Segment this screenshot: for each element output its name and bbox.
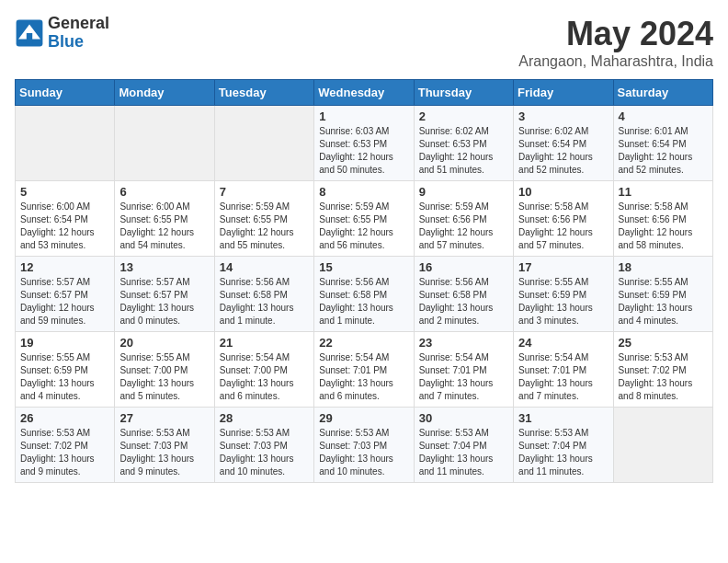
- calendar-cell: 2Sunrise: 6:02 AMSunset: 6:53 PMDaylight…: [414, 106, 513, 181]
- calendar-cell: 11Sunrise: 5:58 AMSunset: 6:56 PMDayligh…: [613, 181, 712, 257]
- location: Arangaon, Maharashtra, India: [518, 53, 713, 70]
- day-number: 9: [419, 185, 508, 199]
- page-header: General Blue May 2024 Arangaon, Maharash…: [15, 15, 713, 70]
- day-number: 10: [518, 185, 608, 199]
- calendar-cell: 25Sunrise: 5:53 AMSunset: 7:02 PMDayligh…: [613, 332, 712, 408]
- day-info: Sunrise: 5:54 AMSunset: 7:00 PMDaylight:…: [220, 351, 309, 403]
- calendar-cell: [16, 106, 115, 181]
- weekday-header-thursday: Thursday: [414, 80, 513, 106]
- day-info: Sunrise: 5:55 AMSunset: 6:59 PMDaylight:…: [619, 276, 708, 327]
- calendar-table: SundayMondayTuesdayWednesdayThursdayFrid…: [15, 79, 713, 483]
- calendar-cell: 17Sunrise: 5:55 AMSunset: 6:59 PMDayligh…: [514, 257, 613, 332]
- day-number: 3: [518, 109, 608, 123]
- calendar-week-3: 12Sunrise: 5:57 AMSunset: 6:57 PMDayligh…: [16, 257, 713, 332]
- day-number: 27: [119, 411, 209, 425]
- day-number: 17: [518, 260, 608, 274]
- day-number: 20: [119, 336, 209, 350]
- weekday-header-sunday: Sunday: [16, 80, 115, 106]
- logo-blue: Blue: [48, 33, 109, 52]
- day-info: Sunrise: 6:02 AMSunset: 6:54 PMDaylight:…: [518, 125, 608, 177]
- calendar-cell: 12Sunrise: 5:57 AMSunset: 6:57 PMDayligh…: [16, 257, 115, 332]
- logo-general: General: [48, 15, 109, 33]
- calendar-cell: 16Sunrise: 5:56 AMSunset: 6:58 PMDayligh…: [414, 257, 513, 332]
- day-info: Sunrise: 6:00 AMSunset: 6:55 PMDaylight:…: [119, 201, 209, 252]
- calendar-cell: 27Sunrise: 5:53 AMSunset: 7:03 PMDayligh…: [115, 408, 214, 483]
- day-number: 29: [319, 411, 408, 425]
- day-info: Sunrise: 5:59 AMSunset: 6:56 PMDaylight:…: [419, 201, 508, 252]
- calendar-cell: [115, 106, 214, 181]
- calendar-cell: 14Sunrise: 5:56 AMSunset: 6:58 PMDayligh…: [214, 257, 313, 332]
- day-info: Sunrise: 5:55 AMSunset: 6:59 PMDaylight:…: [518, 276, 608, 327]
- calendar-cell: 15Sunrise: 5:56 AMSunset: 6:58 PMDayligh…: [314, 257, 414, 332]
- weekday-header-saturday: Saturday: [613, 80, 712, 106]
- calendar-cell: 31Sunrise: 5:53 AMSunset: 7:04 PMDayligh…: [514, 408, 613, 483]
- day-info: Sunrise: 5:59 AMSunset: 6:55 PMDaylight:…: [220, 201, 309, 252]
- calendar-cell: 5Sunrise: 6:00 AMSunset: 6:54 PMDaylight…: [16, 181, 115, 257]
- weekday-header-tuesday: Tuesday: [214, 80, 313, 106]
- calendar-cell: 20Sunrise: 5:55 AMSunset: 7:00 PMDayligh…: [115, 332, 214, 408]
- day-number: 22: [319, 336, 408, 350]
- day-number: 23: [419, 336, 508, 350]
- weekday-header-friday: Friday: [514, 80, 613, 106]
- day-info: Sunrise: 5:54 AMSunset: 7:01 PMDaylight:…: [518, 351, 608, 403]
- logo-text: General Blue: [48, 15, 109, 52]
- day-info: Sunrise: 5:54 AMSunset: 7:01 PMDaylight:…: [319, 351, 408, 403]
- calendar-cell: 30Sunrise: 5:53 AMSunset: 7:04 PMDayligh…: [414, 408, 513, 483]
- calendar-cell: 1Sunrise: 6:03 AMSunset: 6:53 PMDaylight…: [314, 106, 414, 181]
- day-info: Sunrise: 6:01 AMSunset: 6:54 PMDaylight:…: [619, 125, 708, 177]
- calendar-week-4: 19Sunrise: 5:55 AMSunset: 6:59 PMDayligh…: [16, 332, 713, 408]
- logo-icon: [15, 18, 44, 48]
- day-info: Sunrise: 5:57 AMSunset: 6:57 PMDaylight:…: [20, 276, 109, 327]
- day-number: 11: [619, 185, 708, 199]
- day-number: 15: [319, 260, 408, 274]
- calendar-cell: 10Sunrise: 5:58 AMSunset: 6:56 PMDayligh…: [514, 181, 613, 257]
- calendar-cell: 26Sunrise: 5:53 AMSunset: 7:02 PMDayligh…: [16, 408, 115, 483]
- day-number: 21: [220, 336, 309, 350]
- calendar-cell: 29Sunrise: 5:53 AMSunset: 7:03 PMDayligh…: [314, 408, 414, 483]
- calendar-week-1: 1Sunrise: 6:03 AMSunset: 6:53 PMDaylight…: [16, 106, 713, 181]
- day-number: 16: [419, 260, 508, 274]
- calendar-header: SundayMondayTuesdayWednesdayThursdayFrid…: [16, 80, 713, 106]
- calendar-body: 1Sunrise: 6:03 AMSunset: 6:53 PMDaylight…: [16, 106, 713, 483]
- day-number: 12: [20, 260, 109, 274]
- day-number: 14: [220, 260, 309, 274]
- day-number: 1: [319, 109, 408, 123]
- day-number: 19: [20, 336, 109, 350]
- day-number: 28: [220, 411, 309, 425]
- title-block: May 2024 Arangaon, Maharashtra, India: [518, 15, 713, 70]
- calendar-cell: 18Sunrise: 5:55 AMSunset: 6:59 PMDayligh…: [613, 257, 712, 332]
- day-info: Sunrise: 5:53 AMSunset: 7:03 PMDaylight:…: [220, 427, 309, 478]
- day-number: 4: [619, 109, 708, 123]
- day-info: Sunrise: 5:56 AMSunset: 6:58 PMDaylight:…: [319, 276, 408, 327]
- day-number: 25: [619, 336, 708, 350]
- calendar-cell: [613, 408, 712, 483]
- day-number: 26: [20, 411, 109, 425]
- day-number: 7: [220, 185, 309, 199]
- weekday-header-wednesday: Wednesday: [314, 80, 414, 106]
- day-info: Sunrise: 6:02 AMSunset: 6:53 PMDaylight:…: [419, 125, 508, 177]
- calendar-cell: 24Sunrise: 5:54 AMSunset: 7:01 PMDayligh…: [514, 332, 613, 408]
- day-number: 18: [619, 260, 708, 274]
- calendar-cell: 7Sunrise: 5:59 AMSunset: 6:55 PMDaylight…: [214, 181, 313, 257]
- day-info: Sunrise: 5:58 AMSunset: 6:56 PMDaylight:…: [619, 201, 708, 252]
- day-info: Sunrise: 6:00 AMSunset: 6:54 PMDaylight:…: [20, 201, 109, 252]
- day-info: Sunrise: 5:59 AMSunset: 6:55 PMDaylight:…: [319, 201, 408, 252]
- day-info: Sunrise: 5:55 AMSunset: 7:00 PMDaylight:…: [119, 351, 209, 403]
- day-info: Sunrise: 5:56 AMSunset: 6:58 PMDaylight:…: [419, 276, 508, 327]
- day-number: 24: [518, 336, 608, 350]
- calendar-cell: 23Sunrise: 5:54 AMSunset: 7:01 PMDayligh…: [414, 332, 513, 408]
- calendar-week-2: 5Sunrise: 6:00 AMSunset: 6:54 PMDaylight…: [16, 181, 713, 257]
- day-info: Sunrise: 5:57 AMSunset: 6:57 PMDaylight:…: [119, 276, 209, 327]
- calendar-cell: 6Sunrise: 6:00 AMSunset: 6:55 PMDaylight…: [115, 181, 214, 257]
- day-info: Sunrise: 5:53 AMSunset: 7:02 PMDaylight:…: [619, 351, 708, 403]
- calendar-week-5: 26Sunrise: 5:53 AMSunset: 7:02 PMDayligh…: [16, 408, 713, 483]
- weekday-header-monday: Monday: [115, 80, 214, 106]
- calendar-cell: 3Sunrise: 6:02 AMSunset: 6:54 PMDaylight…: [514, 106, 613, 181]
- day-info: Sunrise: 5:53 AMSunset: 7:03 PMDaylight:…: [119, 427, 209, 478]
- day-info: Sunrise: 5:56 AMSunset: 6:58 PMDaylight:…: [220, 276, 309, 327]
- day-number: 30: [419, 411, 508, 425]
- svg-rect-2: [27, 33, 32, 43]
- day-number: 13: [119, 260, 209, 274]
- calendar-cell: 13Sunrise: 5:57 AMSunset: 6:57 PMDayligh…: [115, 257, 214, 332]
- logo: General Blue: [15, 15, 109, 52]
